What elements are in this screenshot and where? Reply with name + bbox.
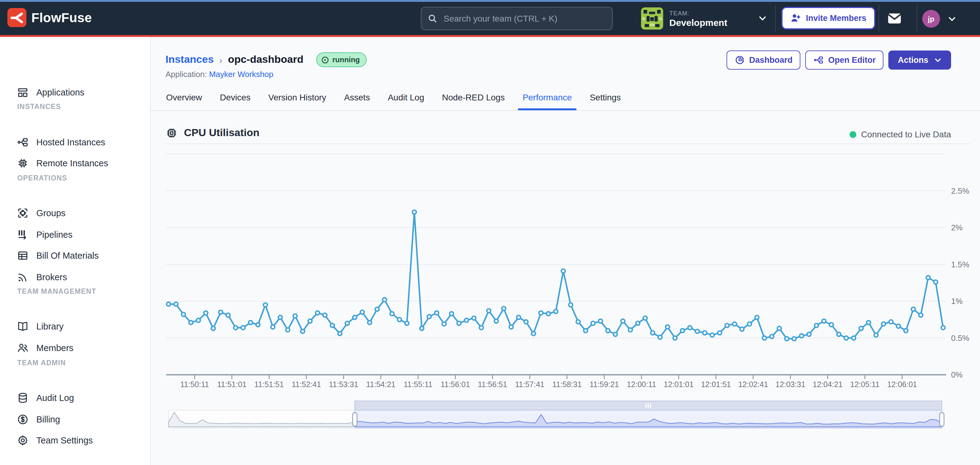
x-axis-label: 12:01:01 [664, 380, 694, 388]
tab-devices[interactable]: Devices [219, 91, 251, 110]
data-point [383, 298, 387, 302]
data-point [420, 326, 424, 331]
brand[interactable]: FlowFuse [7, 8, 92, 27]
data-point [531, 332, 536, 336]
data-point [434, 311, 439, 315]
data-point [167, 302, 171, 306]
actions-label: Actions [898, 56, 928, 65]
data-point [554, 310, 558, 313]
data-point [330, 323, 334, 328]
cpu-chip-icon [165, 127, 178, 139]
data-point [591, 321, 595, 325]
data-point [755, 315, 759, 320]
data-point [293, 314, 297, 318]
application-link[interactable]: Mayker Workshop [209, 70, 274, 79]
x-axis-label: 11:56:01 [441, 380, 470, 388]
data-point [345, 321, 349, 325]
data-point [562, 269, 565, 273]
y-axis-label: 1.5% [951, 260, 969, 269]
data-point [375, 307, 379, 312]
x-axis-label: 11:56:51 [478, 380, 507, 388]
invite-members-label: Invite Members [806, 14, 867, 23]
actions-button[interactable]: Actions [889, 51, 951, 70]
cpu-series-line [169, 212, 943, 339]
x-axis-label: 12:06:01 [887, 380, 917, 388]
data-point [733, 322, 737, 326]
data-point [487, 309, 491, 313]
header-actions: Dashboard Open Editor Actions [726, 51, 951, 70]
x-axis-label: 11:57:41 [515, 380, 544, 388]
x-axis-label: 11:52:41 [291, 380, 321, 388]
data-point [613, 332, 617, 336]
data-point [241, 326, 245, 330]
navbar-divider [878, 5, 879, 32]
invite-members-button[interactable]: Invite Members [781, 7, 876, 30]
team-search[interactable] [421, 7, 613, 30]
data-point [695, 329, 700, 334]
data-point [621, 319, 625, 323]
data-point [777, 326, 781, 331]
tab-audit-log[interactable]: Audit Log [387, 91, 425, 110]
notifications-mail-icon[interactable] [886, 10, 902, 29]
brush-grip-icon [648, 403, 649, 408]
team-selector[interactable]: TEAM: Development [641, 7, 727, 30]
data-point [204, 311, 208, 315]
team-name: Development [669, 17, 727, 27]
x-axis-label: 11:51:01 [217, 380, 247, 388]
data-point [606, 329, 610, 332]
search-input[interactable] [442, 13, 606, 24]
data-point [666, 325, 670, 329]
data-point [412, 210, 417, 214]
data-point [278, 315, 282, 320]
x-axis-label: 11:51:51 [255, 380, 283, 388]
data-point [680, 329, 684, 332]
live-status: Connected to Live Data [849, 129, 951, 139]
data-point [450, 312, 454, 316]
chart-title: CPU Utilisation [184, 127, 259, 139]
sidebar-item-label: Hosted Instances [36, 137, 105, 147]
live-status-label: Connected to Live Data [861, 129, 951, 139]
brush-handle-left[interactable] [353, 413, 357, 426]
data-point [316, 311, 320, 315]
brush-grip-icon [650, 403, 651, 408]
data-point [718, 331, 722, 335]
data-point [360, 310, 364, 314]
data-point [226, 313, 230, 317]
team-label: TEAM: [669, 10, 727, 16]
flowfuse-logo-icon [7, 8, 27, 27]
user-menu[interactable]: jp [922, 10, 957, 28]
tab-settings[interactable]: Settings [589, 91, 621, 110]
x-axis-label: 12:01:51 [701, 380, 731, 388]
team-chevron-down-icon[interactable] [758, 14, 767, 25]
panel-divider [165, 144, 970, 144]
sidebar-item-label: Applications [36, 88, 84, 97]
data-point [457, 321, 461, 325]
data-point [822, 319, 826, 323]
navbar-accent-top [0, 0, 980, 2]
tab-node-red-logs[interactable]: Node-RED Logs [441, 91, 505, 110]
data-point [524, 320, 528, 324]
tab-performance[interactable]: Performance [522, 91, 573, 110]
chevron-down-icon [934, 56, 942, 64]
sidebar-item-applications[interactable]: Applications [0, 82, 151, 103]
brush-handle-right[interactable] [940, 413, 944, 426]
user-avatar: jp [922, 10, 940, 28]
team-avatar [641, 7, 663, 30]
data-point [740, 327, 744, 331]
data-point [896, 324, 900, 328]
data-point [800, 334, 804, 338]
y-axis-label: 0% [951, 370, 963, 379]
dashboard-button[interactable]: Dashboard [726, 51, 800, 70]
breadcrumb-instances-link[interactable]: Instances [165, 54, 214, 66]
data-point [494, 319, 498, 323]
open-editor-button[interactable]: Open Editor [805, 51, 884, 70]
data-point [919, 313, 923, 317]
data-point [234, 326, 238, 330]
tab-overview[interactable]: Overview [165, 91, 203, 110]
tab-assets[interactable]: Assets [344, 91, 371, 110]
page-title: opc-dashboard [228, 54, 304, 66]
application-label: Application: [165, 70, 207, 79]
data-point [174, 302, 178, 306]
data-point [844, 336, 848, 340]
tab-version-history[interactable]: Version History [267, 91, 327, 110]
